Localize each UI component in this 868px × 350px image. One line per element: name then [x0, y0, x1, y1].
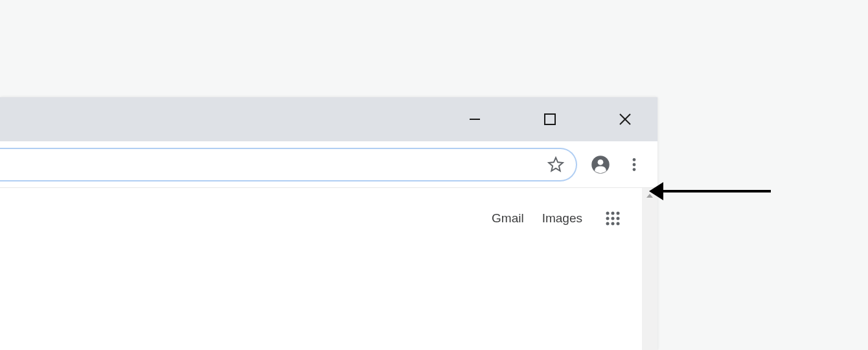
svg-point-10	[611, 212, 615, 215]
address-bar[interactable]	[0, 148, 577, 181]
close-icon	[619, 113, 632, 126]
profile-icon	[591, 155, 610, 174]
gmail-link[interactable]: Gmail	[492, 211, 524, 226]
bookmark-button[interactable]	[545, 154, 567, 176]
svg-point-6	[633, 158, 636, 161]
apps-button[interactable]	[603, 209, 622, 228]
images-link[interactable]: Images	[542, 211, 582, 226]
scrollbar[interactable]	[642, 188, 657, 350]
minimize-button[interactable]	[455, 100, 494, 139]
close-button[interactable]	[606, 100, 645, 139]
maximize-button[interactable]	[531, 100, 569, 139]
menu-button[interactable]	[619, 149, 650, 180]
scroll-up-button[interactable]	[642, 188, 657, 204]
star-icon	[547, 156, 564, 173]
kebab-menu-icon	[626, 156, 643, 173]
svg-point-12	[606, 217, 610, 220]
browser-toolbar	[0, 141, 657, 188]
svg-rect-1	[545, 114, 555, 124]
apps-grid-icon	[605, 211, 621, 226]
svg-point-15	[606, 222, 610, 226]
svg-point-14	[617, 217, 620, 220]
chevron-up-icon	[645, 191, 654, 200]
title-bar	[0, 97, 657, 141]
annotation-arrow-icon	[648, 178, 777, 204]
profile-button[interactable]	[585, 149, 616, 180]
header-links: Gmail Images	[492, 209, 622, 228]
page-content: Gmail Images	[0, 188, 657, 350]
svg-point-8	[633, 168, 636, 171]
svg-point-11	[617, 212, 620, 215]
svg-point-17	[617, 222, 620, 226]
maximize-icon	[543, 113, 556, 126]
minimize-icon	[468, 113, 481, 126]
svg-point-16	[611, 222, 615, 226]
browser-window: Gmail Images	[0, 97, 657, 350]
svg-point-9	[606, 212, 610, 215]
svg-point-7	[633, 163, 636, 166]
svg-point-13	[611, 217, 615, 220]
svg-point-5	[598, 159, 604, 165]
